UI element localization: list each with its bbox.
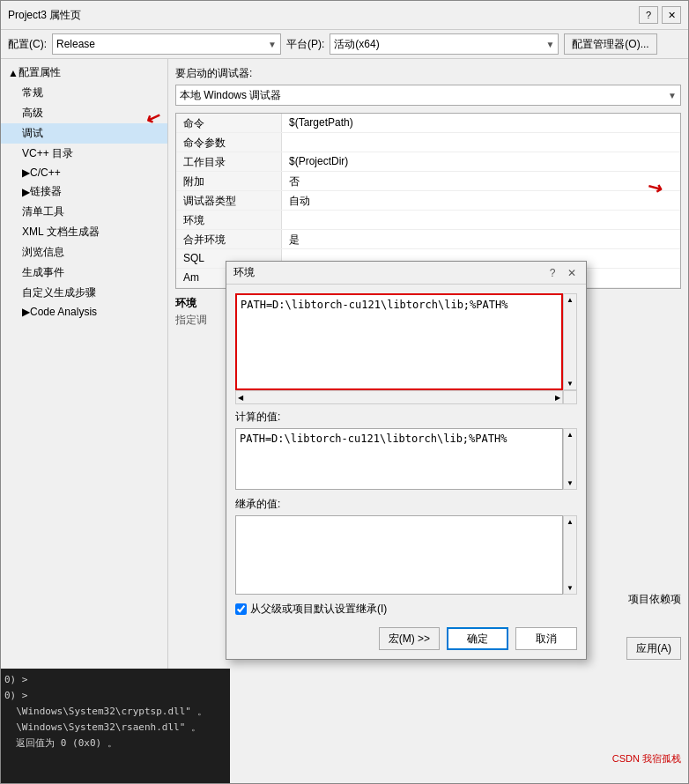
sidebar-item-xml-doc[interactable]: XML 文档生成器 xyxy=(1,222,167,242)
apply-button[interactable]: 应用(A) xyxy=(626,637,681,660)
sidebar-item-advanced[interactable]: 高级 xyxy=(1,103,167,123)
inherit-checkbox[interactable] xyxy=(235,603,247,615)
ok-button[interactable]: 确定 xyxy=(447,627,508,650)
inherited-vscrollbar[interactable]: ▲ ▼ xyxy=(563,515,577,595)
output-line-4: \Windows\System32\rsaenh.dll" 。 xyxy=(4,720,226,736)
debugger-dropdown-arrow: ▼ xyxy=(668,91,677,100)
tree-root-label: 配置属性 xyxy=(19,65,61,80)
prop-key: 调试器类型 xyxy=(176,191,282,210)
inherited-label: 继承的值: xyxy=(235,497,577,512)
platform-dropdown[interactable]: 活动(x64) ▼ xyxy=(330,33,559,55)
sidebar-item-label: 常规 xyxy=(22,85,43,100)
sidebar-item-browse[interactable]: 浏览信息 xyxy=(1,242,167,263)
sidebar-item-label: C/C++ xyxy=(30,166,61,179)
sidebar-item-cpp[interactable]: ▶ C/C++ xyxy=(1,164,167,181)
prop-key: 环境 xyxy=(176,211,282,229)
tree-root-expand: ▲ xyxy=(8,67,19,79)
scroll-right-arrow: ▶ xyxy=(555,394,560,402)
sidebar-item-manifest[interactable]: 清单工具 xyxy=(1,202,167,222)
sidebar-item-label: 清单工具 xyxy=(22,204,64,219)
side-buttons: 应用(A) xyxy=(626,637,681,660)
config-dropdown[interactable]: Release ▼ xyxy=(52,33,281,55)
platform-value: 活动(x64) xyxy=(334,37,379,52)
output-line-1: 0) > xyxy=(4,672,226,688)
prop-row-args: 命令参数 xyxy=(176,133,680,152)
output-line-3: \Windows\System32\cryptsp.dll" 。 xyxy=(4,704,226,720)
sidebar-item-build-events[interactable]: 生成事件 xyxy=(1,263,167,283)
tree-expand-icon: ▶ xyxy=(22,166,30,179)
debugger-value: 本地 Windows 调试器 xyxy=(180,88,281,103)
sidebar-item-label: 浏览信息 xyxy=(22,245,64,260)
tree-panel: ▲ 配置属性 常规 高级 调试 VC++ 目录 ▶ C/C++ ▶ 链接器 xyxy=(1,59,168,762)
env-dialog-help-button[interactable]: ? xyxy=(545,266,559,280)
sidebar-item-label: VC++ 目录 xyxy=(22,146,73,161)
prop-key: 命令 xyxy=(176,114,282,132)
toolbar-row: 配置(C): Release ▼ 平台(P): 活动(x64) ▼ 配置管理器(… xyxy=(1,30,688,58)
computed-area: PATH=D:\libtorch-cu121\libtorch\lib;%PAT… xyxy=(235,428,577,490)
bottom-output-window: 0) > 0) > \Windows\System32\cryptsp.dll"… xyxy=(1,669,230,783)
title-bar: Project3 属性页 ? ✕ xyxy=(1,1,688,30)
prop-key: 附加 xyxy=(176,172,282,190)
tree-expand-icon: ▶ xyxy=(22,306,30,318)
prop-val xyxy=(282,211,296,229)
sidebar-item-label: 调试 xyxy=(22,126,43,141)
env-textarea-hscrollbar[interactable]: ◀ ▶ xyxy=(235,390,563,404)
scroll-down-arrow: ▼ xyxy=(567,479,574,487)
config-manager-button[interactable]: 配置管理器(O)... xyxy=(564,33,656,55)
inherit-checkbox-label: 从父级或项目默认设置继承(I) xyxy=(250,602,387,617)
prop-val xyxy=(282,133,296,152)
prop-row-attach: 附加 否 xyxy=(176,172,680,191)
env-dialog-body: PATH=D:\libtorch-cu121\libtorch\lib;%PAT… xyxy=(226,285,586,659)
env-dialog: 环境 ? ✕ PATH=D:\libtorch-cu121\libtorch\l… xyxy=(226,261,587,660)
scroll-down-arrow: ▼ xyxy=(567,584,574,592)
prop-val: 否 xyxy=(282,172,307,190)
config-label: 配置(C): xyxy=(8,37,47,52)
sidebar-item-linker[interactable]: ▶ 链接器 xyxy=(1,181,167,202)
prop-row-workdir: 工作目录 $(ProjectDir) xyxy=(176,152,680,172)
sidebar-item-custom-build[interactable]: 自定义生成步骤 xyxy=(1,283,167,303)
inherited-textarea[interactable] xyxy=(235,515,563,595)
config-value: Release xyxy=(56,38,95,50)
env-textarea-vscrollbar[interactable]: ▲ ▼ xyxy=(563,293,577,390)
env-textarea-container: PATH=D:\libtorch-cu121\libtorch\lib;%PAT… xyxy=(235,293,577,390)
macro-button[interactable]: 宏(M) >> xyxy=(379,627,440,650)
platform-label: 平台(P): xyxy=(286,37,324,52)
platform-dropdown-arrow: ▼ xyxy=(545,40,554,49)
sidebar-item-label: Code Analysis xyxy=(30,306,97,318)
scroll-up-arrow: ▲ xyxy=(567,518,574,526)
tree-expand-icon: ▶ xyxy=(22,186,30,198)
prop-val: $(ProjectDir) xyxy=(282,152,355,171)
computed-vscrollbar[interactable]: ▲ ▼ xyxy=(563,428,577,490)
close-button[interactable]: ✕ xyxy=(662,6,681,24)
config-dropdown-arrow: ▼ xyxy=(268,40,277,49)
output-line-5: 返回值为 0 (0x0) 。 xyxy=(4,736,226,751)
prop-val: $(TargetPath) xyxy=(282,114,360,132)
sidebar-item-label: XML 文档生成器 xyxy=(22,225,100,240)
computed-textarea[interactable]: PATH=D:\libtorch-cu121\libtorch\lib;%PAT… xyxy=(235,428,563,490)
cancel-button[interactable]: 取消 xyxy=(515,627,577,650)
inherit-checkbox-row: 从父级或项目默认设置继承(I) xyxy=(235,602,577,617)
sidebar-item-vc-dirs[interactable]: VC++ 目录 xyxy=(1,144,167,164)
sidebar-item-general[interactable]: 常规 xyxy=(1,83,167,103)
help-button[interactable]: ? xyxy=(639,6,658,24)
prop-row-merge-env: 合并环境 是 xyxy=(176,230,680,249)
debugger-dropdown[interactable]: 本地 Windows 调试器 ▼ xyxy=(175,85,681,106)
env-textarea-hscrollbar-row: ◀ ▶ xyxy=(235,390,577,404)
prop-val: 是 xyxy=(282,230,307,248)
sidebar-item-debug[interactable]: 调试 xyxy=(1,123,167,144)
dialog-buttons-row: 宏(M) >> 确定 取消 xyxy=(235,627,577,650)
window-title: Project3 属性页 xyxy=(8,8,81,23)
prop-row-debugger-type: 调试器类型 自动 xyxy=(176,191,680,211)
env-textarea[interactable]: PATH=D:\libtorch-cu121\libtorch\lib;%PAT… xyxy=(235,293,563,390)
sidebar-item-label: 链接器 xyxy=(30,184,62,199)
scroll-up-arrow: ▲ xyxy=(567,296,574,304)
tree-root[interactable]: ▲ 配置属性 xyxy=(1,63,167,83)
prop-key: 工作目录 xyxy=(176,152,282,171)
inherited-area: ▲ ▼ xyxy=(235,515,577,595)
project-deps-label: 项目依赖项 xyxy=(628,592,681,607)
env-dialog-close-button[interactable]: ✕ xyxy=(565,266,579,280)
sidebar-item-label: 生成事件 xyxy=(22,265,64,280)
sidebar-item-code-analysis[interactable]: ▶ Code Analysis xyxy=(1,303,167,321)
project-deps-row: 项目依赖项 xyxy=(628,592,681,607)
scroll-down-arrow: ▼ xyxy=(567,380,574,388)
